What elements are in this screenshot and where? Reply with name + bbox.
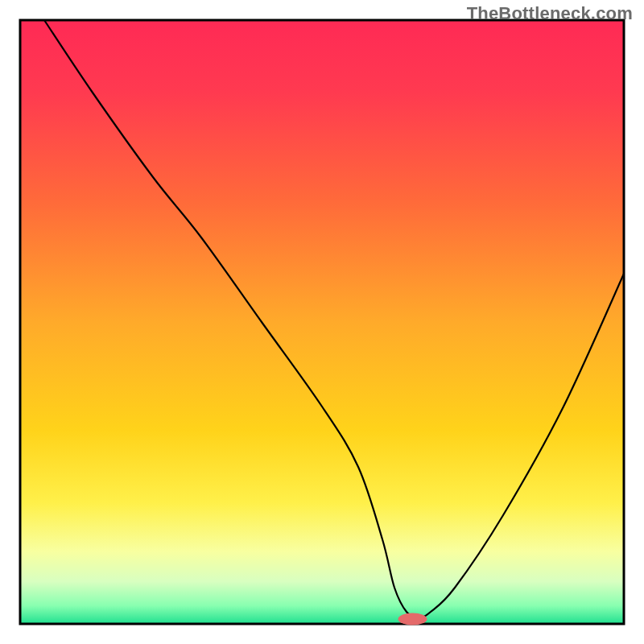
- watermark-text: TheBottleneck.com: [467, 3, 633, 24]
- chart-container: TheBottleneck.com: [0, 0, 644, 644]
- optimal-marker: [398, 613, 427, 625]
- plot-background: [20, 20, 624, 624]
- bottleneck-chart: [0, 0, 644, 644]
